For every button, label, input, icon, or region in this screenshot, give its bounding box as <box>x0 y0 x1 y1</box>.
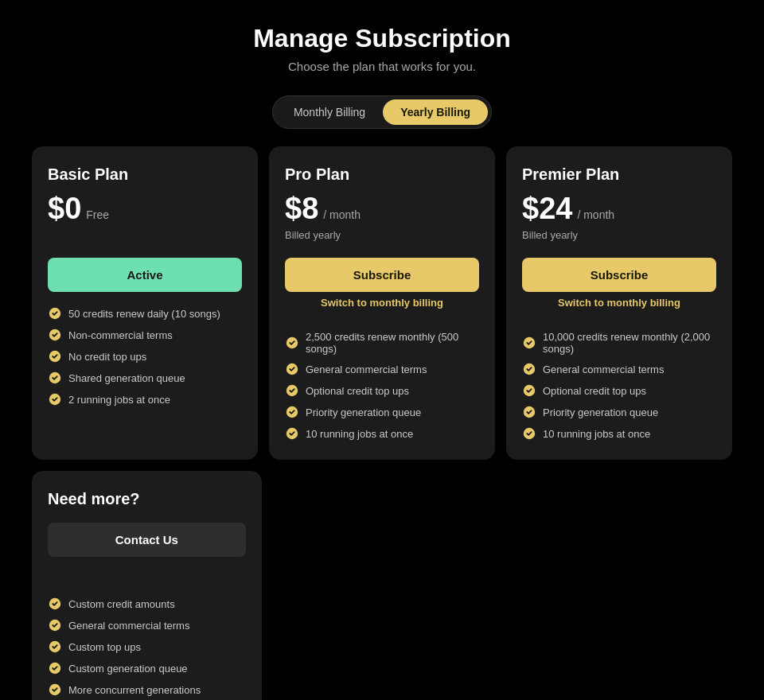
check-icon <box>285 383 299 398</box>
contact-feature-2: General commercial terms <box>48 618 246 632</box>
contact-feature-1: Custom credit amounts <box>48 597 246 611</box>
check-icon <box>522 383 536 398</box>
billing-tabs-container: Monthly Billing Yearly Billing <box>272 95 492 129</box>
bottom-row: Need more? Contact Us Custom credit amou… <box>32 471 732 700</box>
premier-plan-subscribe-button[interactable]: Subscribe <box>522 258 716 292</box>
premier-feature-2: General commercial terms <box>522 362 716 376</box>
page-header: Manage Subscription Choose the plan that… <box>32 24 732 73</box>
check-icon <box>48 371 62 385</box>
premier-switch-billing-link[interactable]: Switch to monthly billing <box>522 297 716 309</box>
plans-grid: Basic Plan $0 Free Active 50 credits ren… <box>32 146 732 460</box>
pro-plan-price-row: $8 / month <box>285 192 479 226</box>
contact-card: Need more? Contact Us Custom credit amou… <box>32 471 262 700</box>
check-icon <box>48 597 62 611</box>
pro-switch-billing-link[interactable]: Switch to monthly billing <box>285 297 479 309</box>
premier-plan-features: 10,000 credits renew monthly (2,000 song… <box>522 331 716 441</box>
premier-feature-3: Optional credit top ups <box>522 383 716 398</box>
billing-toggle: Monthly Billing Yearly Billing <box>32 95 732 129</box>
pro-feature-3: Optional credit top ups <box>285 383 479 398</box>
pro-plan-features: 2,500 credits renew monthly (500 songs) … <box>285 331 479 441</box>
pro-feature-5: 10 running jobs at once <box>285 426 479 441</box>
check-icon <box>48 618 62 632</box>
pro-plan-billing-note: Billed yearly <box>285 229 479 243</box>
bottom-right-spacer <box>273 471 732 700</box>
pro-feature-2: General commercial terms <box>285 362 479 376</box>
pro-plan-name: Pro Plan <box>285 165 479 184</box>
pro-feature-4: Priority generation queue <box>285 405 479 419</box>
pro-plan-price-suffix: / month <box>323 208 361 221</box>
check-icon <box>48 349 62 364</box>
check-icon <box>522 362 536 376</box>
premier-plan-price-row: $24 / month <box>522 192 716 226</box>
basic-feature-1: 50 credits renew daily (10 songs) <box>48 306 242 321</box>
check-icon <box>285 336 299 350</box>
basic-plan-features: 50 credits renew daily (10 songs) Non-co… <box>48 306 242 406</box>
contact-us-button[interactable]: Contact Us <box>48 523 246 557</box>
contact-feature-3: Custom top ups <box>48 640 246 654</box>
page-subtitle: Choose the plan that works for you. <box>32 60 732 73</box>
premier-feature-4: Priority generation queue <box>522 405 716 419</box>
contact-features-list: Custom credit amounts General commercial… <box>48 597 246 697</box>
check-icon <box>285 426 299 441</box>
basic-plan-card: Basic Plan $0 Free Active 50 credits ren… <box>32 146 258 460</box>
monthly-billing-tab[interactable]: Monthly Billing <box>276 99 383 125</box>
check-icon <box>285 405 299 419</box>
check-icon <box>522 405 536 419</box>
check-icon <box>522 336 536 350</box>
check-icon <box>48 328 62 342</box>
check-icon <box>48 682 62 697</box>
pro-plan-price: $8 <box>285 192 318 226</box>
basic-feature-4: Shared generation queue <box>48 371 242 385</box>
basic-plan-active-button[interactable]: Active <box>48 258 242 292</box>
basic-feature-3: No credit top ups <box>48 349 242 364</box>
premier-plan-price-suffix: / month <box>577 208 614 221</box>
contact-feature-5: More concurrent generations <box>48 682 246 697</box>
yearly-billing-tab[interactable]: Yearly Billing <box>383 99 488 125</box>
basic-feature-5: 2 running jobs at once <box>48 392 242 406</box>
check-icon <box>285 362 299 376</box>
basic-plan-price-suffix: Free <box>86 208 109 221</box>
premier-plan-billing-note: Billed yearly <box>522 229 716 243</box>
premier-plan-card: Premier Plan $24 / month Billed yearly S… <box>506 146 732 460</box>
premier-plan-name: Premier Plan <box>522 165 716 184</box>
pro-plan-card: Pro Plan $8 / month Billed yearly Subscr… <box>269 146 495 460</box>
basic-plan-billing-note <box>48 229 242 243</box>
check-icon <box>48 661 62 675</box>
basic-plan-name: Basic Plan <box>48 165 242 184</box>
check-icon <box>48 392 62 406</box>
basic-plan-price-row: $0 Free <box>48 192 242 226</box>
premier-feature-1: 10,000 credits renew monthly (2,000 song… <box>522 331 716 355</box>
check-icon <box>48 306 62 321</box>
premier-feature-5: 10 running jobs at once <box>522 426 716 441</box>
contact-card-title: Need more? <box>48 490 246 508</box>
check-icon <box>522 426 536 441</box>
check-icon <box>48 640 62 654</box>
contact-feature-4: Custom generation queue <box>48 661 246 675</box>
page-title: Manage Subscription <box>32 24 732 53</box>
basic-plan-price: $0 <box>48 192 81 226</box>
pro-plan-subscribe-button[interactable]: Subscribe <box>285 258 479 292</box>
premier-plan-price: $24 <box>522 192 572 226</box>
pro-feature-1: 2,500 credits renew monthly (500 songs) <box>285 331 479 355</box>
basic-feature-2: Non-commercial terms <box>48 328 242 342</box>
